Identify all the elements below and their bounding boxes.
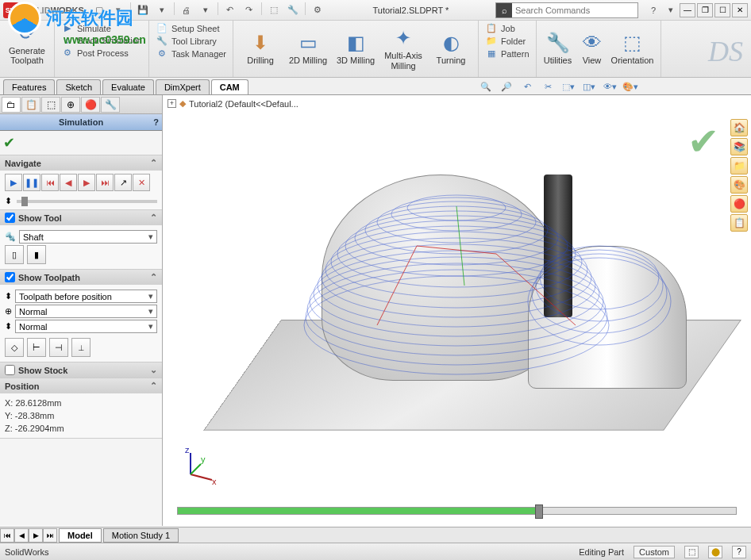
tab-scroll-prev[interactable]: ◀ [14, 528, 29, 543]
tp-mode-3-button[interactable]: ⊣ [49, 338, 68, 357]
view-orientation-button[interactable]: ⬚▾ [559, 79, 578, 94]
tab-evaluate[interactable]: Evaluate [102, 79, 154, 94]
tab-scroll-first[interactable]: ⏮ [0, 528, 14, 543]
property-tab[interactable]: 📋 [21, 97, 40, 113]
generate-toolpath-button[interactable]: ⟳ Generate Toolpath [5, 22, 49, 65]
navigate-section-header[interactable]: Navigate⌃ [0, 155, 162, 171]
display-style-button[interactable]: ◫▾ [580, 79, 599, 94]
status-macro-button[interactable]: ⬤ [708, 546, 722, 558]
minimize-button[interactable]: — [680, 3, 695, 17]
ok-check-button[interactable]: ✔ [3, 135, 15, 151]
help-dropdown[interactable]: ▾ [662, 2, 680, 18]
save-button[interactable]: 💾 [134, 2, 152, 18]
tab-scroll-last[interactable]: ⏭ [43, 528, 57, 543]
view-palette-tab[interactable]: 🎨 [730, 176, 748, 194]
tool-shaded-button[interactable]: ▮ [27, 245, 46, 264]
tab-dimxpert[interactable]: DimXpert [156, 79, 210, 94]
show-toolpath-checkbox[interactable] [5, 272, 15, 282]
display-tab[interactable]: 🔴 [81, 97, 100, 113]
close-button[interactable]: ✕ [732, 3, 748, 17]
show-stock-header[interactable]: Show Stock⌄ [0, 362, 162, 378]
custom-props-tab[interactable]: 📋 [730, 214, 748, 232]
task-manager-button[interactable]: ⚙Task Manager [154, 48, 228, 59]
show-tool-checkbox[interactable] [5, 213, 15, 223]
job-button[interactable]: 📋Job [483, 22, 530, 34]
flyout-tree-node[interactable]: + ◆ Tutorial2 (Default<<Defaul... [168, 98, 298, 109]
position-header[interactable]: Position⌃ [0, 378, 162, 393]
help-button[interactable]: ? [645, 2, 662, 18]
zoom-area-button[interactable]: 🔎 [497, 79, 516, 94]
redo-button[interactable]: ↷ [241, 2, 258, 18]
undo-button[interactable]: ↶ [221, 2, 239, 18]
print-dropdown[interactable]: ▾ [197, 2, 214, 18]
last-button[interactable]: ⏭ [96, 174, 114, 191]
select-button[interactable]: ⬚ [265, 2, 283, 18]
graphics-viewport[interactable]: + ◆ Tutorial2 (Default<<Defaul... ✔ [163, 95, 751, 526]
tab-features[interactable]: Features [3, 79, 55, 94]
step-button[interactable]: ↗ [114, 174, 132, 191]
show-tool-header[interactable]: Show Tool⌃ [0, 210, 162, 225]
print-button[interactable]: 🖨 [178, 2, 195, 18]
options-button[interactable]: ⚙ [309, 2, 326, 18]
appearances-tab[interactable]: 🔴 [730, 195, 748, 213]
new-button[interactable]: ▢ [91, 2, 108, 18]
config-tab[interactable]: ⬚ [41, 97, 60, 113]
rebuild-button[interactable]: 🔧 [284, 2, 302, 18]
model-tab[interactable]: Model [59, 528, 102, 543]
feature-tree-tab[interactable]: 🗀 [2, 97, 21, 113]
next-button[interactable]: ▶ [78, 174, 95, 191]
speed-slider[interactable] [17, 200, 157, 203]
tp-mode-2-button[interactable]: ⊢ [27, 338, 46, 357]
status-units[interactable]: Custom [634, 546, 675, 558]
timeline-thumb[interactable] [535, 504, 543, 519]
dimxpert-tab[interactable]: ⊕ [61, 97, 80, 113]
search-input[interactable] [512, 6, 637, 15]
triad-gizmo[interactable]: z x y [179, 447, 218, 486]
zoom-fit-button[interactable]: 🔍 [476, 79, 495, 94]
appearance-button[interactable]: 🎨▾ [621, 79, 640, 94]
open-button[interactable]: ▾ [110, 2, 127, 18]
file-explorer-tab[interactable]: 📁 [730, 157, 748, 175]
resources-tab[interactable]: 🏠 [730, 119, 748, 136]
toolpath-normal1-dropdown[interactable]: Normal▾ [15, 305, 157, 318]
status-rebuild-button[interactable]: ⬚ [684, 546, 699, 558]
3d-milling-button[interactable]: ◧3D Milling [333, 22, 378, 75]
previous-view-button[interactable]: ↶ [518, 79, 537, 94]
orientation-button[interactable]: ⬚Orientation [610, 22, 656, 75]
tool-library-button[interactable]: 🔧Tool Library [154, 35, 228, 47]
show-toolpath-header[interactable]: Show Toolpath⌃ [0, 270, 162, 285]
save-dropdown[interactable]: ▾ [153, 2, 171, 18]
drilling-button[interactable]: ⬇Drilling [238, 22, 283, 75]
view-button[interactable]: 👁View [578, 22, 607, 75]
restore-button[interactable]: ❐ [697, 3, 713, 17]
setup-sheet-button[interactable]: 📄Setup Sheet [154, 22, 228, 34]
maximize-button[interactable]: ☐ [714, 3, 730, 17]
2d-milling-button[interactable]: ▭2D Milling [286, 22, 330, 75]
expand-tree-icon[interactable]: + [168, 99, 176, 108]
hide-show-button[interactable]: 👁▾ [600, 79, 619, 94]
prev-button[interactable]: ◀ [60, 174, 77, 191]
cam-tab[interactable]: 🔧 [101, 97, 120, 113]
tab-scroll-next[interactable]: ▶ [29, 528, 43, 543]
simulate-button[interactable]: ▶Simulate [60, 22, 144, 34]
turning-button[interactable]: ◐Turning [429, 22, 473, 75]
pause-button[interactable]: ❚❚ [23, 174, 40, 191]
post-process-button[interactable]: ⚙Post Process [60, 47, 144, 59]
pattern-button[interactable]: ▦Pattern [483, 48, 530, 59]
tool-wire-button[interactable]: ▯ [5, 245, 24, 264]
show-stock-checkbox[interactable] [5, 365, 15, 375]
tab-cam[interactable]: CAM [211, 79, 248, 94]
section-view-button[interactable]: ✂ [538, 79, 557, 94]
tab-sketch[interactable]: Sketch [56, 79, 101, 94]
toolpath-normal2-dropdown[interactable]: Normal▾ [15, 320, 157, 333]
tp-mode-1-button[interactable]: ◇ [5, 338, 24, 357]
cancel-nav-button[interactable]: ✕ [133, 174, 150, 191]
tool-type-dropdown[interactable]: Shaft▾ [19, 230, 157, 244]
first-button[interactable]: ⏮ [41, 174, 59, 191]
toolpath-position-dropdown[interactable]: Toolpath before position▾ [15, 290, 157, 303]
utilities-button[interactable]: 🔧Utilities [541, 22, 575, 75]
folder-button[interactable]: 📁Folder [483, 35, 530, 47]
simulation-timeline[interactable] [177, 507, 737, 515]
multi-axis-button[interactable]: ✦Multi-Axis Milling [381, 22, 426, 75]
status-help-button[interactable]: ? [732, 546, 746, 558]
